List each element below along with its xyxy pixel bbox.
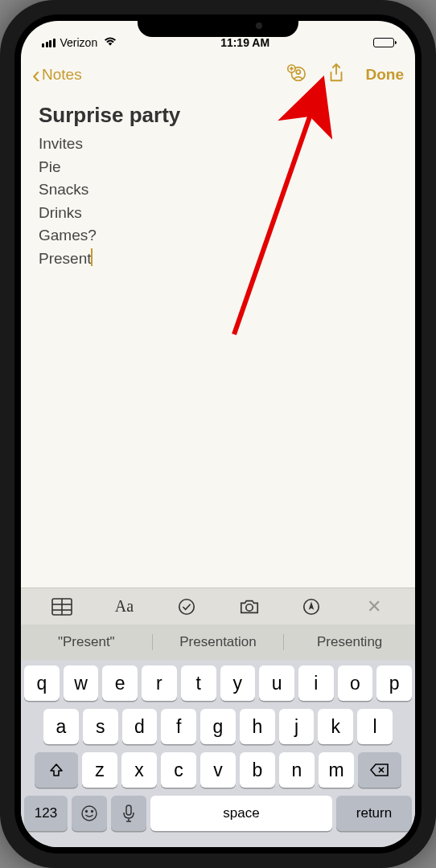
back-button[interactable]: ‹ Notes [32,63,82,87]
carrier-label: Verizon [60,36,98,49]
done-button[interactable]: Done [366,66,405,84]
key-s[interactable]: s [83,709,118,744]
svg-point-17 [92,811,93,813]
key-y[interactable]: y [220,665,256,701]
key-e[interactable]: e [102,665,138,701]
emoji-key[interactable] [72,796,107,831]
key-a[interactable]: a [43,709,79,744]
svg-point-11 [246,604,253,610]
screen: Verizon 11:19 AM ‹ Notes [21,21,415,847]
notch [138,14,298,37]
key-v[interactable]: v [200,752,236,788]
back-label: Notes [42,66,82,84]
svg-point-16 [86,811,88,813]
key-o[interactable]: o [338,665,373,701]
svg-rect-18 [126,805,131,815]
camera-icon[interactable] [238,596,261,618]
note-editor[interactable]: Surprise party Invites Pie Snacks Drinks… [21,95,415,588]
suggestion[interactable]: Presenting [284,634,415,650]
battery-icon [373,38,394,47]
key-z[interactable]: z [82,752,117,788]
key-k[interactable]: k [318,709,353,744]
backspace-key[interactable] [358,752,401,788]
dictation-key[interactable] [111,796,146,831]
note-title: Surprise party [39,103,397,128]
key-g[interactable]: g [200,709,236,744]
keyboard: q w e r t y u i o p a s d f g h [21,660,415,847]
suggestion[interactable]: Presentation [153,634,285,650]
phone-frame: Verizon 11:19 AM ‹ Notes [0,0,436,868]
chevron-left-icon: ‹ [32,63,40,87]
key-l[interactable]: l [357,709,393,744]
return-key[interactable]: return [336,796,412,831]
key-q[interactable]: q [24,665,60,701]
key-w[interactable]: w [64,665,99,701]
wifi-icon [101,36,117,49]
key-x[interactable]: x [121,752,157,788]
svg-point-10 [179,599,194,613]
key-d[interactable]: d [122,709,158,744]
key-t[interactable]: t [181,665,216,701]
checklist-icon[interactable] [175,596,198,618]
text-format-icon[interactable]: Aa [113,596,135,618]
key-b[interactable]: b [240,752,275,788]
key-u[interactable]: u [259,665,294,701]
key-n[interactable]: n [279,752,315,788]
key-i[interactable]: i [298,665,334,701]
note-line: Pie [39,156,397,179]
nav-bar: ‹ Notes [21,56,415,95]
key-f[interactable]: f [161,709,196,744]
key-r[interactable]: r [142,665,177,701]
markup-icon[interactable] [300,596,323,618]
note-line: Games? [39,224,397,248]
svg-point-15 [82,806,97,821]
key-p[interactable]: p [376,665,412,701]
shift-key[interactable] [35,752,78,788]
key-m[interactable]: m [319,752,354,788]
suggestion[interactable]: "Present" [21,634,153,650]
clock: 11:19 AM [220,36,269,49]
table-icon[interactable] [51,596,73,618]
numbers-key[interactable]: 123 [24,796,68,831]
space-key[interactable]: space [150,796,332,831]
key-c[interactable]: c [161,752,196,788]
close-icon[interactable]: ✕ [363,596,385,618]
key-j[interactable]: j [279,709,315,744]
note-line: Present [39,248,397,271]
svg-point-1 [296,70,300,74]
note-line: Drinks [39,202,397,225]
key-h[interactable]: h [240,709,275,744]
add-person-button[interactable] [286,63,306,87]
predictive-bar: "Present" Presentation Presenting [21,624,415,660]
format-toolbar: Aa ✕ [21,588,415,624]
note-line: Snacks [39,178,397,202]
note-line: Invites [39,133,397,156]
share-button[interactable] [326,63,347,87]
signal-icon [42,39,56,47]
